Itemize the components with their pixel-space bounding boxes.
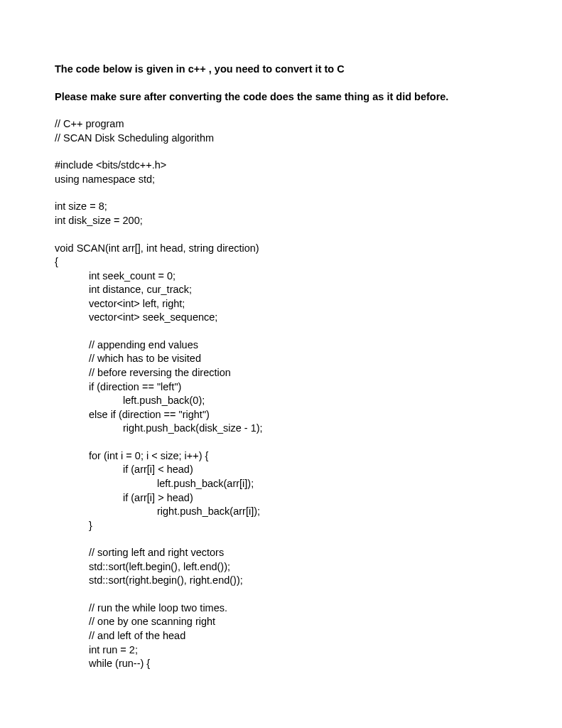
code-line: // which has to be visited: [55, 352, 507, 366]
code-line: if (arr[i] < head): [55, 463, 507, 477]
code-line: int disk_size = 200;: [55, 214, 507, 228]
code-line: // one by one scanning right: [55, 615, 507, 629]
code-line: if (arr[i] > head): [55, 491, 507, 505]
code-line: #include <bits/stdc++.h>: [55, 159, 507, 173]
code-line: using namespace std;: [55, 173, 507, 187]
code-line: left.push_back(0);: [55, 394, 507, 408]
code-line: vector<int> seek_sequence;: [55, 311, 507, 325]
code-line: void SCAN(int arr[], int head, string di…: [55, 242, 507, 256]
code-line: while (run--) {: [55, 657, 507, 671]
code-line: right.push_back(disk_size - 1);: [55, 422, 507, 436]
code-line: // and left of the head: [55, 629, 507, 643]
code-line: std::sort(right.begin(), right.end());: [55, 574, 507, 588]
code-line: left.push_back(arr[i]);: [55, 477, 507, 491]
code-line: // SCAN Disk Scheduling algorithm: [55, 132, 507, 146]
code-line: int seek_count = 0;: [55, 269, 507, 284]
code-line: vector<int> left, right;: [55, 297, 507, 311]
heading-instruction-2: Please make sure after converting the co…: [55, 90, 507, 105]
code-line: }: [55, 519, 507, 533]
code-line: if (direction == "left"): [55, 380, 507, 395]
code-line: int distance, cur_track;: [55, 283, 507, 297]
code-line: // sorting left and right vectors: [55, 546, 507, 560]
code-line: // before reversing the direction: [55, 366, 507, 380]
code-line: int size = 8;: [55, 200, 507, 214]
code-line: right.push_back(arr[i]);: [55, 505, 507, 519]
code-line: for (int i = 0; i < size; i++) {: [55, 449, 507, 464]
code-line: // C++ program: [55, 117, 507, 132]
code-line: else if (direction == "right"): [55, 408, 507, 422]
code-line: {: [55, 255, 507, 269]
heading-instruction-1: The code below is given in c++ , you nee…: [55, 63, 507, 77]
code-line: // run the while loop two times.: [55, 601, 507, 616]
code-line: std::sort(left.begin(), left.end());: [55, 560, 507, 574]
code-line: int run = 2;: [55, 643, 507, 658]
code-line: // appending end values: [55, 338, 507, 353]
